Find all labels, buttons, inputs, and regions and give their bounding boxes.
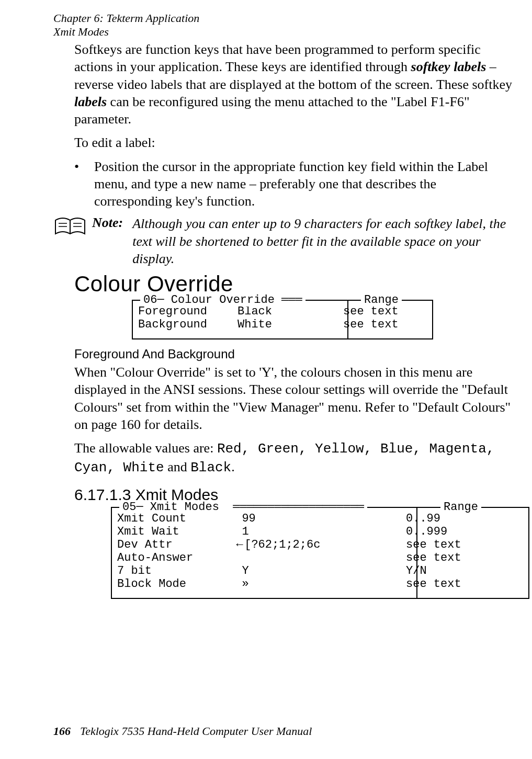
fg-bg-heading: Foreground And Background [74,347,512,361]
val: » [242,577,248,591]
running-header: Chapter 6: Tekterm Application Xmit Mode… [53,12,199,39]
xmit-modes-panel: 05─ Xmit Modes ═══════════════════ Range… [111,507,529,599]
footer-text: Teklogix 7535 Hand-Held Computer User Ma… [80,724,312,738]
intro-paragraph-1: Softkeys are function keys that have bee… [74,41,512,128]
xmit-panel-wrap: 05─ Xmit Modes ═══════════════════ Range… [111,507,512,599]
param-value: ←[?62;1;2;6c [228,538,406,551]
colour-override-panel: 06─ Colour Override ═══ Range Foreground… [132,300,433,339]
term-labels: labels [74,94,107,109]
panel-range-divider [416,508,528,598]
value-black: Black [190,460,231,475]
param-value: » [228,577,406,591]
fg-bg-desc: When "Colour Override" is set to 'Y', th… [74,364,512,433]
left-arrow-icon: ← [235,538,244,551]
panel-title: 05─ Xmit Modes ═══════════════════ [119,501,367,514]
param-value: Black [237,305,343,318]
bullet-dot: • [74,158,94,210]
colour-override-heading: Colour Override [74,271,512,297]
allowable-values: The allowable values are: Red, Green, Ye… [74,439,512,477]
section-line: Xmit Modes [53,25,199,39]
note-text: Although you can enter up to 9 character… [132,215,512,267]
param-name: Auto-Answer [117,551,228,564]
text: The allowable values are: [74,440,217,456]
param-name: Dev Attr [117,538,228,551]
param-value: 1 [228,525,406,538]
param-name: Foreground [138,305,237,318]
note-block: Note: Although you can enter up to 9 cha… [53,215,512,267]
to-edit-label: To edit a label: [74,134,512,151]
val: Y [242,564,248,577]
book-icon [53,215,88,238]
bullet-list: • Position the cursor in the appropriate… [74,158,512,210]
panel-range-label: Range [440,501,481,514]
bullet-text: Position the cursor in the appropriate f… [94,158,512,210]
note-label: Note: [92,215,123,267]
param-name: Block Mode [117,577,228,591]
param-value [228,551,406,564]
param-value: 99 [228,512,406,525]
page: Chapter 6: Tekterm Application Xmit Mode… [0,0,532,759]
page-number: 166 [53,724,71,738]
val: [?62;1;2;6c [244,538,320,551]
val: 99 [242,512,255,525]
param-name: Xmit Wait [117,525,228,538]
param-name: Xmit Count [117,512,228,525]
param-value: Y [228,564,406,577]
bullet-item: • Position the cursor in the appropriate… [74,158,512,210]
text: can be reconfigured using the menu attac… [74,94,470,127]
page-footer: 166Teklogix 7535 Hand-Held Computer User… [53,724,312,738]
panel-title: 06─ Colour Override ═══ [140,293,305,307]
colour-override-panel-wrap: 06─ Colour Override ═══ Range Foreground… [132,300,512,339]
param-name: Background [138,318,237,331]
param-value: White [237,318,343,331]
param-name: 7 bit [117,564,228,577]
text: . [231,459,235,474]
body: Softkeys are function keys that have bee… [53,41,512,604]
chapter-line: Chapter 6: Tekterm Application [53,12,199,25]
val: 1 [242,525,248,538]
panel-range-label: Range [361,293,402,307]
text: and [164,459,191,474]
term-softkey-labels: softkey labels [411,59,486,74]
